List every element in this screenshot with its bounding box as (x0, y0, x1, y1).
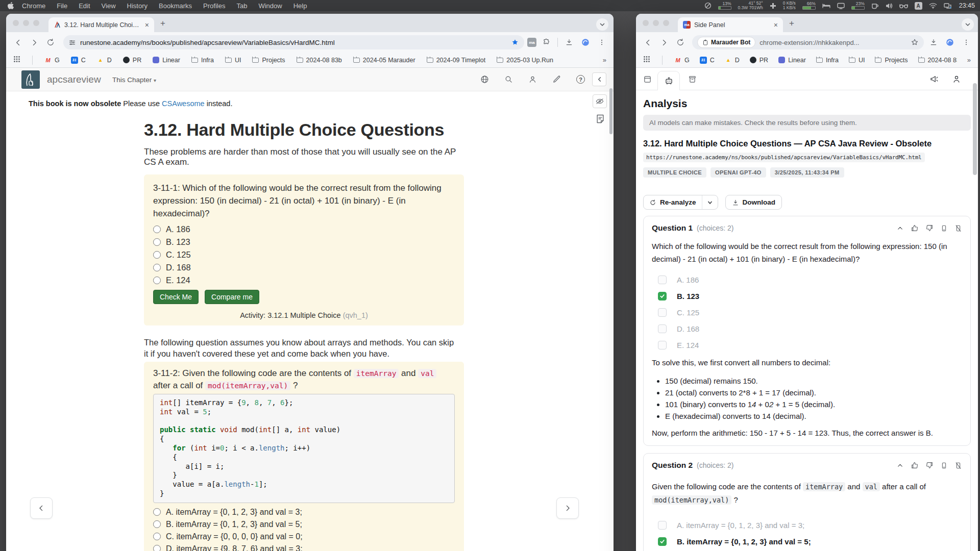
bookmark-icon[interactable] (940, 224, 948, 232)
new-tab-button[interactable]: + (160, 18, 165, 29)
sidebar-collapse-icon[interactable] (592, 72, 606, 86)
bookmark-star-icon[interactable] (911, 38, 919, 46)
bookmark-item[interactable]: D (97, 57, 112, 64)
menu-item[interactable]: Tab (236, 2, 247, 10)
apps-grid-icon[interactable] (643, 56, 650, 65)
bookmark-item[interactable]: 2024-05 Marauder (353, 57, 415, 64)
bookmark-star-icon[interactable] (511, 38, 519, 46)
reanalyze-split-button[interactable]: Re-analyze (643, 195, 718, 210)
bookmark-item[interactable]: PR (750, 57, 768, 64)
reanalyze-options-chevron[interactable] (702, 195, 718, 209)
menu-item[interactable]: View (102, 2, 116, 10)
bookmark-item[interactable]: G (44, 57, 60, 64)
back-icon[interactable] (641, 36, 654, 49)
input-source-indicator[interactable]: A (915, 2, 922, 10)
checkbox[interactable] (658, 324, 667, 333)
bookmark-item[interactable]: 2024-08 83b (297, 57, 342, 64)
panel-scrollbar-thumb[interactable] (973, 83, 977, 175)
bookmark-item[interactable]: C (71, 57, 86, 64)
answer-option[interactable]: B. 123 (153, 236, 455, 248)
address-bar[interactable]: runestone.academy/ns/books/published/apc… (63, 35, 524, 49)
prev-page-button[interactable] (30, 497, 53, 519)
next-page-button[interactable] (556, 497, 579, 519)
account-icon[interactable] (950, 73, 963, 85)
thumbs-down-icon[interactable] (925, 461, 934, 469)
bookmark-item[interactable]: PR (123, 57, 141, 64)
bookmark-item[interactable]: D (725, 57, 740, 64)
bookmark-item[interactable]: Infra (816, 57, 839, 64)
pencil-icon[interactable] (552, 75, 561, 86)
apps-grid-icon[interactable] (13, 56, 20, 65)
slash-circle-icon[interactable] (704, 2, 712, 9)
answer-row[interactable]: E. 124 (652, 337, 962, 353)
fast-user-switch-icon[interactable] (944, 3, 951, 9)
menu-item[interactable]: File (57, 2, 67, 10)
radio-button[interactable] (153, 226, 161, 233)
help-icon[interactable]: ? (576, 75, 585, 84)
radio-button[interactable] (153, 251, 161, 259)
radio-button[interactable] (153, 238, 161, 246)
profile-sync-icon[interactable] (943, 36, 957, 49)
bookmark-item[interactable]: UI (225, 57, 241, 64)
checkbox[interactable] (658, 292, 667, 300)
forward-icon[interactable] (657, 36, 671, 49)
bookmark-item[interactable]: 2024-08 83b (918, 57, 957, 64)
address-bar[interactable]: Marauder Bot chrome-extension://nhkkaken… (692, 35, 924, 49)
bed-icon[interactable] (822, 3, 830, 9)
bookmark-item[interactable]: G (674, 57, 690, 64)
browser-tab[interactable]: 3.12. Hard Multiple Choice Qu × (48, 17, 154, 32)
bookmark-item[interactable]: Projects (875, 57, 908, 64)
window-controls[interactable] (643, 20, 669, 26)
collapse-chevron-icon[interactable] (896, 224, 904, 232)
new-tab-button[interactable]: + (789, 18, 794, 29)
menu-item[interactable]: Help (293, 2, 307, 10)
speaker-icon[interactable] (885, 3, 893, 9)
reload-icon[interactable] (674, 36, 687, 49)
bookmark-item[interactable]: Linear (778, 57, 806, 64)
this-chapter-dropdown[interactable]: This Chapter ▾ (112, 76, 156, 84)
page-scrollbar-thumb[interactable] (609, 88, 612, 134)
temps-power[interactable]: 41° 52°0.3W 701Wh (738, 1, 763, 11)
download-button[interactable]: Download (725, 195, 782, 210)
thumbs-up-icon[interactable] (911, 461, 919, 469)
coffee-cup-icon[interactable] (871, 3, 878, 9)
panel-archive-icon[interactable] (686, 73, 698, 85)
bookmark-item[interactable]: C (700, 57, 715, 64)
tab-close-icon[interactable]: × (144, 21, 150, 29)
checkbox[interactable] (658, 341, 667, 349)
compare-me-button[interactable]: Compare me (205, 290, 259, 304)
browser-tab[interactable]: ma Side Panel × (678, 17, 783, 32)
chrome-menu-dots-icon[interactable] (595, 36, 608, 49)
answer-option[interactable]: D. itemArray = {9, 8, 7, 6} and val = 3; (153, 543, 455, 551)
downloads-icon[interactable] (927, 36, 940, 49)
apple-menu-icon[interactable] (7, 2, 14, 10)
answer-row[interactable]: B. itemArray = {0, 1, 2, 3} and val = 5; (652, 533, 962, 549)
answer-row[interactable]: B. 123 (652, 288, 962, 304)
tab-search-chevron-icon[interactable] (596, 18, 608, 31)
answer-option[interactable]: A. itemArray = {0, 1, 2, 3} and val = 3; (153, 506, 455, 518)
radio-button[interactable] (153, 264, 161, 271)
window-controls[interactable] (13, 20, 39, 26)
bookmark-item[interactable]: 2024-09 Timeplot (427, 57, 486, 64)
forward-icon[interactable] (28, 36, 41, 49)
checkbox[interactable] (658, 308, 667, 317)
bookmark-item[interactable]: 2025-03 Up.Run (497, 57, 553, 64)
profile-sync-icon[interactable] (579, 36, 592, 49)
answer-option[interactable]: A. 186 (153, 223, 455, 236)
radio-button[interactable] (153, 533, 161, 540)
extensions-puzzle-icon[interactable] (540, 36, 553, 49)
menu-clock[interactable]: 23:45 (959, 2, 975, 9)
panel-pages-icon[interactable] (641, 73, 653, 85)
bookmark-slash-icon[interactable] (954, 462, 962, 469)
answer-row[interactable]: A. itemArray = {0, 1, 2, 3} and val = 3; (652, 517, 962, 533)
reload-icon[interactable] (44, 36, 57, 49)
thumbs-down-icon[interactable] (925, 224, 934, 232)
notes-icon[interactable] (595, 114, 605, 126)
answer-option[interactable]: B. itemArray = {0, 1, 2, 3} and val = 5; (153, 518, 455, 531)
display-icon[interactable] (837, 3, 845, 9)
answer-row[interactable]: A. 186 (652, 271, 962, 288)
user-icon[interactable] (528, 75, 537, 86)
check-me-button[interactable]: Check Me (153, 290, 199, 304)
wifi-icon[interactable] (929, 3, 937, 9)
scratch-activecode-icon[interactable] (593, 94, 607, 108)
